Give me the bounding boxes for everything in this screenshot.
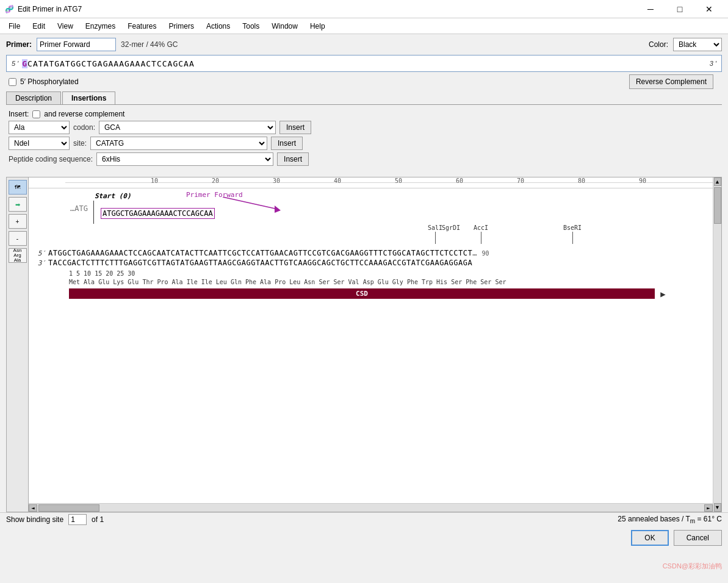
scroll-left-btn[interactable]: ◄ xyxy=(29,504,37,512)
v-scrollbar-thumb[interactable] xyxy=(714,187,721,224)
insert-peptide-button[interactable]: Insert xyxy=(277,152,309,166)
atg-label: …ATG xyxy=(70,204,88,213)
aa-numbers-row: 1 5 10 15 20 25 30 xyxy=(69,269,708,277)
menu-file[interactable]: File xyxy=(2,21,26,32)
salI-line xyxy=(435,232,436,244)
titlebar: 🧬 Edit Primer in ATG7 ─ □ ✕ xyxy=(0,0,728,18)
reverse-complement-button[interactable]: Reverse Complement xyxy=(629,74,713,89)
color-select[interactable]: Black xyxy=(673,38,722,51)
dialog: Primer: 32-mer / 44% GC Color: Black 5 ′… xyxy=(0,34,728,549)
peptide-select[interactable]: 6xHis xyxy=(96,152,273,166)
menu-actions[interactable]: Actions xyxy=(200,21,236,32)
v-scrollbar[interactable]: ▲ ▼ xyxy=(713,177,721,512)
menu-help[interactable]: Help xyxy=(304,21,331,32)
ok-button[interactable]: OK xyxy=(631,530,668,546)
aa-numbers: 1 5 10 15 20 25 30 xyxy=(69,270,135,277)
zoom-out-button[interactable]: - xyxy=(9,231,27,246)
h-scrollbar-thumb[interactable] xyxy=(38,504,99,512)
seq-rest-chars: CATATGATGGCTGAGAAAGAAACTCCAGCAA xyxy=(27,59,195,68)
strand5-num: 90 xyxy=(481,250,489,257)
primer-info: 32-mer / 44% GC xyxy=(121,40,178,49)
aa-seq: Met Ala Glu Lys Glu Thr Pro Ala Ile Ile … xyxy=(69,279,506,285)
amino-acid-select[interactable]: Ala xyxy=(9,121,70,134)
site-label: site: xyxy=(73,139,87,148)
peptide-coding-label: Peptide coding sequence: xyxy=(9,155,93,163)
annealed-bases: 25 annealed bases xyxy=(618,515,679,523)
start-line xyxy=(93,201,94,224)
phospho-checkbox[interactable] xyxy=(9,78,16,86)
of-label: of 1 xyxy=(92,515,104,524)
primer-box-seq: ATGGCTGAGAAAGAAACTCCAGCAA xyxy=(103,209,213,218)
csd-bar: CSD xyxy=(69,288,655,299)
amino-acid-row: Ala codon: GCA Insert xyxy=(9,121,719,134)
sequence-text: GCATATGATGGCTGAGAAAGAAACTCCAGCAA xyxy=(22,59,194,68)
csd-region: CSD ▶ xyxy=(69,288,708,299)
start-label: Start (0) xyxy=(95,192,131,200)
bseRI-label: BseRI xyxy=(563,224,582,232)
site-value-select[interactable]: CATATG xyxy=(90,137,267,150)
menu-primers[interactable]: Primers xyxy=(163,21,200,32)
restriction-site-row: NdeI site: CATATG Insert xyxy=(9,137,719,150)
menu-features[interactable]: Features xyxy=(121,21,162,32)
aa-view-button[interactable]: AsnArgAla xyxy=(9,248,27,263)
menu-window[interactable]: Window xyxy=(265,21,304,32)
insert-codon-button[interactable]: Insert xyxy=(279,121,311,134)
sgrDI-site: SgrDI xyxy=(442,224,460,232)
scroll-down-btn[interactable]: ▼ xyxy=(714,503,721,512)
primer-box: ATGGCTGAGAAAGAAACTCCAGCAA xyxy=(101,208,215,219)
scroll-right-btn[interactable]: ► xyxy=(704,504,713,512)
seq-5prime-label: 5 ′ xyxy=(12,60,18,67)
codon-label: codon: xyxy=(73,123,95,132)
tabs-row: Description Insertions xyxy=(6,91,722,105)
binding-site-input[interactable] xyxy=(68,514,87,525)
menu-edit[interactable]: Edit xyxy=(26,21,51,32)
viewer-toolbar: 🗺 ➡ + - AsnArgAla xyxy=(7,177,29,512)
csd-arrow-right: ▶ xyxy=(660,289,665,299)
strand5-label: 5′ xyxy=(34,249,46,257)
menu-enzymes[interactable]: Enzymes xyxy=(79,21,121,32)
and-reverse-complement-label: and reverse complement xyxy=(44,110,124,118)
insert-label-row: Insert: and reverse complement xyxy=(9,110,719,118)
close-button[interactable]: ✕ xyxy=(695,0,723,18)
maximize-button[interactable]: □ xyxy=(666,0,694,18)
zoom-in-button[interactable]: + xyxy=(9,214,27,229)
bseRI-site: BseRI xyxy=(563,224,582,244)
footer-buttons: OK Cancel xyxy=(0,526,728,549)
restriction-site-select[interactable]: NdeI xyxy=(9,137,70,150)
menu-tools[interactable]: Tools xyxy=(236,21,265,32)
insert-label: Insert: xyxy=(9,110,29,118)
color-label: Color: xyxy=(649,40,668,49)
codon-select[interactable]: GCA xyxy=(99,121,276,134)
start-region: Start (0) …ATG Primer Forward ATGGCTGAGA… xyxy=(70,191,708,224)
phospho-label: 5′ Phosphorylated xyxy=(20,77,79,86)
menu-view[interactable]: View xyxy=(51,21,79,32)
tab-description[interactable]: Description xyxy=(6,91,61,104)
title-text: Edit Primer in ATG7 xyxy=(18,5,636,13)
h-scrollbar[interactable]: ◄ ► xyxy=(29,503,713,512)
strand5-dots: … xyxy=(472,249,477,257)
viewer-content[interactable]: 10 20 30 40 50 60 70 80 90 xyxy=(29,177,713,512)
seq-3prime-label: 3 ′ xyxy=(710,60,716,67)
insert-checkbox[interactable] xyxy=(32,110,40,118)
salI-label: SalI xyxy=(428,224,442,232)
csd-label: CSD xyxy=(356,290,368,298)
strand3-seq: TACCGACTCTTTCTTTGAGGTCGTTAGTATGAAGTTAAGC… xyxy=(48,259,472,267)
cancel-button[interactable]: Cancel xyxy=(674,530,722,546)
insertions-panel: Insert: and reverse complement Ala codon… xyxy=(0,105,728,173)
annealed-info: 25 annealed bases / Tm = 61° C xyxy=(618,515,722,524)
view-mode-button[interactable]: 🗺 xyxy=(9,180,27,195)
minimize-button[interactable]: ─ xyxy=(636,0,665,18)
restriction-enzymes-row: SalI SgrDI AccI BseRI xyxy=(70,224,708,248)
strand5-seq: ATGGCTGAGAAAGAAACTCCAGCAATCATACTTCAATTCG… xyxy=(48,249,472,257)
ruler-ticks xyxy=(65,182,713,188)
sequence-box: 5 ′ GCATATGATGGCTGAGAAAGAAACTCCAGCAA 3 ′ xyxy=(6,55,722,72)
primer-name-input[interactable] xyxy=(37,38,116,51)
scroll-up-btn[interactable]: ▲ xyxy=(714,177,721,186)
bseRI-line xyxy=(572,232,573,244)
dna-viewer: 🗺 ➡ + - AsnArgAla 10 20 30 40 50 60 70 8… xyxy=(6,177,722,512)
arrow-button[interactable]: ➡ xyxy=(9,197,27,212)
accI-site: AccI xyxy=(474,224,488,244)
insert-site-button[interactable]: Insert xyxy=(271,137,303,150)
menubar: File Edit View Enzymes Features Primers … xyxy=(0,18,728,34)
tab-insertions[interactable]: Insertions xyxy=(62,91,115,104)
